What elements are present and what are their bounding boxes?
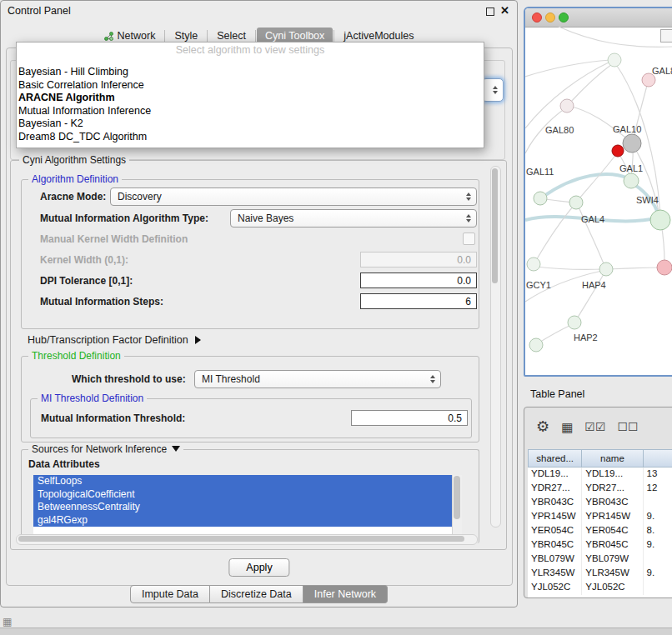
table-row[interactable]: YJL052CYJL052C [528, 581, 672, 595]
network-edge[interactable] [570, 64, 612, 102]
manual-kernel-checkbox[interactable] [463, 232, 475, 245]
sources-title[interactable]: Sources for Network Inference [28, 443, 183, 455]
table-header: shared...name [528, 449, 672, 468]
network-node[interactable] [612, 145, 624, 157]
table-row[interactable]: YDL19...YDL19...13 [528, 468, 672, 482]
network-edge[interactable] [538, 325, 571, 343]
algorithm-option-bayesian-k2[interactable]: Bayesian - K2 [17, 118, 484, 131]
manual-kernel-width-label: Manual Kernel Width Definition [40, 233, 188, 245]
close-traffic-light[interactable] [532, 12, 542, 22]
network-node-label: GAL11 [526, 167, 554, 177]
attribute-item-betweennesscentrality[interactable]: BetweennessCentrality [33, 501, 452, 514]
column-header-name[interactable]: name [582, 449, 643, 468]
attribute-item-gal4rgexp[interactable]: gal4RGexp [33, 514, 452, 528]
network-node[interactable] [568, 316, 581, 329]
table-cell: YDL19... [528, 468, 582, 482]
network-node[interactable] [623, 134, 641, 152]
selected-value: Discovery [118, 191, 162, 202]
popup-placeholder: Select algorithm to view settings [17, 42, 484, 58]
mi-algorithm-type-select[interactable]: Naive Bayes [230, 209, 477, 228]
network-node[interactable] [608, 53, 621, 67]
network-node-label: GAL80 [545, 125, 574, 135]
minimize-traffic-light[interactable] [545, 12, 555, 22]
network-node[interactable] [569, 196, 583, 209]
mi-threshold-input[interactable] [351, 410, 468, 426]
gear-icon[interactable]: ⚙ [536, 419, 549, 434]
table-cell: YDR27... [582, 482, 643, 496]
table-row[interactable]: YER054CYER054C8. [528, 524, 672, 538]
network-edge[interactable] [536, 267, 604, 269]
aracne-mode-select[interactable]: Discovery [110, 188, 477, 206]
algorithm-combo-fragment[interactable] [482, 78, 504, 102]
bottom-tab-impute-data[interactable]: Impute Data [130, 585, 210, 603]
float-window-icon[interactable] [486, 8, 494, 16]
list-scrollbar[interactable] [452, 475, 462, 540]
attribute-item-selfloops[interactable]: SelfLoops [33, 475, 452, 488]
network-node[interactable] [560, 99, 574, 112]
network-edge[interactable] [525, 62, 610, 128]
table-row[interactable]: YLR345WYLR345W9. [528, 567, 672, 581]
table-toolbar: ⚙▦☑☑☐☐ [536, 414, 639, 439]
scrollbar-button[interactable] [660, 29, 672, 42]
network-node-label: GAL1 [619, 163, 643, 173]
dpi-tolerance-input[interactable] [360, 272, 477, 288]
network-node[interactable] [657, 260, 672, 275]
mi-steps-input[interactable] [360, 293, 477, 309]
table-cell: YLR345W [582, 567, 643, 581]
table-cell: YJL052C [528, 581, 582, 595]
table-row[interactable]: YDR27...YDR27...12 [528, 482, 672, 496]
show-unchecked-icon[interactable]: ☐☐ [617, 421, 638, 432]
settings-vertical-scrollbar[interactable] [490, 166, 501, 528]
network-node[interactable] [599, 262, 613, 276]
data-attributes-label: Data Attributes [28, 458, 100, 470]
network-edge[interactable] [559, 27, 672, 47]
network-node-label: GAL10 [613, 124, 641, 134]
show-checked-icon[interactable]: ☑☑ [584, 421, 605, 432]
bottom-tab-infer-network[interactable]: Infer Network [303, 585, 388, 603]
algorithm-option-aracne-algorithm[interactable]: ARACNE Algorithm [17, 92, 484, 105]
table-row[interactable]: YBL079WYBL079W [528, 552, 672, 567]
table-cell: YBR043C [582, 496, 643, 510]
network-edge[interactable] [542, 174, 629, 198]
bottom-tab-discretize-data[interactable]: Discretize Data [210, 585, 303, 603]
close-icon[interactable]: ✕ [500, 4, 509, 17]
algorithm-option-basic-correlation-inference[interactable]: Basic Correlation Inference [17, 79, 484, 92]
network-canvas[interactable]: GAL8GAL80GAL10GAL11GAL1SWI4GAL4GCY1HAP4H… [525, 27, 672, 373]
minimized-panel-icon[interactable]: ▦ [3, 616, 12, 628]
settings-horizontal-scrollbar[interactable] [16, 534, 478, 545]
table-cell: YPR145W [582, 510, 643, 524]
table-row[interactable]: YBR043CYBR043C [528, 496, 672, 510]
kernel-width-input[interactable] [360, 252, 477, 268]
network-node[interactable] [534, 192, 547, 205]
zoom-traffic-light[interactable] [559, 12, 569, 22]
network-node[interactable] [650, 210, 670, 230]
network-node[interactable] [624, 173, 639, 188]
group-title: MI Threshold Definition [38, 392, 147, 404]
algorithm-option-dream8-dc-tdc-algorithm[interactable]: Dream8 DC_TDC Algorithm [17, 131, 484, 144]
network-window-titlebar [525, 8, 672, 28]
attribute-item-topologicalcoefficient[interactable]: TopologicalCoefficient [33, 488, 452, 502]
hub-definition-section[interactable]: Hub/Transcription Factor Definition [28, 334, 201, 346]
network-icon [104, 32, 113, 41]
column-browser-icon[interactable]: ▦ [561, 421, 573, 433]
network-edge[interactable] [543, 199, 574, 202]
network-edge[interactable] [609, 268, 661, 269]
algorithm-option-bayesian-hill-climbing[interactable]: Bayesian - Hill Climbing [17, 66, 484, 79]
table-row[interactable]: YPR145WYPR145W9. [528, 510, 672, 524]
table-cell: YBL079W [528, 552, 582, 567]
table-cell: YBR045C [528, 538, 582, 552]
network-node[interactable] [527, 258, 540, 271]
which-threshold-label: Which threshold to use: [72, 373, 186, 385]
apply-button[interactable]: Apply [228, 558, 289, 577]
table-cell: 12 [644, 482, 672, 496]
algorithm-option-mutual-information-inference[interactable]: Mutual Information Inference [17, 105, 484, 118]
column-header-2[interactable] [644, 449, 672, 468]
table-cell: 8. [644, 524, 672, 538]
which-threshold-select[interactable]: MI Threshold [194, 370, 441, 388]
mi-steps-label: Mutual Information Steps: [40, 296, 163, 308]
table-row[interactable]: YBR045CYBR045C9. [528, 538, 672, 552]
network-edge[interactable] [535, 206, 574, 262]
network-node[interactable] [529, 338, 543, 352]
column-header-shared-[interactable]: shared... [528, 449, 582, 468]
network-edge[interactable] [567, 106, 629, 140]
